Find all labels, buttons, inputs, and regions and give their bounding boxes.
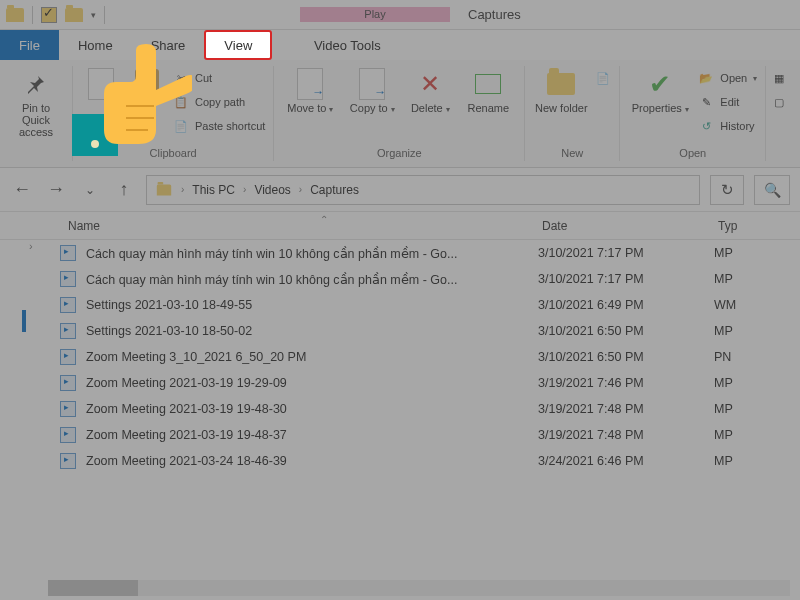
chevron-right-icon[interactable]: › bbox=[29, 240, 33, 252]
chevron-down-icon: ▾ bbox=[753, 74, 757, 83]
file-date: 3/19/2021 7:46 PM bbox=[538, 376, 714, 390]
breadcrumb[interactable]: Captures bbox=[310, 183, 359, 197]
rename-button[interactable]: Rename bbox=[460, 64, 516, 114]
select-all-icon: ▦ bbox=[771, 70, 787, 86]
file-row[interactable]: Cách quay màn hình máy tính win 10 không… bbox=[20, 240, 800, 266]
file-list: › Cách quay màn hình máy tính win 10 khô… bbox=[0, 240, 800, 600]
delete-button[interactable]: ✕ Delete ▾ bbox=[406, 64, 454, 114]
history-button[interactable]: ↺History bbox=[698, 116, 757, 136]
file-name: Zoom Meeting 3_10_2021 6_50_20 PM bbox=[86, 350, 538, 364]
forward-button[interactable]: → bbox=[44, 178, 68, 202]
file-row[interactable]: Zoom Meeting 2021-03-19 19-48-303/19/202… bbox=[20, 396, 800, 422]
file-type: MP bbox=[714, 454, 800, 468]
edit-label: Edit bbox=[720, 96, 739, 108]
folder-icon bbox=[547, 73, 575, 95]
search-input[interactable]: 🔍 bbox=[754, 175, 790, 205]
tab-view[interactable]: View bbox=[204, 30, 272, 60]
video-file-icon bbox=[60, 427, 76, 443]
file-row[interactable]: Zoom Meeting 2021-03-19 19-48-373/19/202… bbox=[20, 422, 800, 448]
check-icon: ✔ bbox=[649, 69, 671, 100]
file-row[interactable]: Settings 2021-03-10 18-50-023/10/2021 6:… bbox=[20, 318, 800, 344]
back-button[interactable]: ← bbox=[10, 178, 34, 202]
copy-path-button[interactable]: 📋Copy path bbox=[173, 92, 265, 112]
chevron-down-icon[interactable]: ▾ bbox=[91, 10, 96, 20]
open-icon: 📂 bbox=[698, 70, 714, 86]
file-type: MP bbox=[714, 272, 800, 286]
group-organize: Move to ▾ Copy to ▾ ✕ Delete ▾ Rename Or… bbox=[274, 60, 524, 167]
rename-icon bbox=[475, 74, 501, 94]
file-row[interactable]: Zoom Meeting 2021-03-24 18-46-393/24/202… bbox=[20, 448, 800, 474]
cut-button[interactable]: ✂Cut bbox=[173, 68, 265, 88]
open-button[interactable]: 📂Open ▾ bbox=[698, 68, 757, 88]
address-bar[interactable]: › This PC › Videos › Captures bbox=[146, 175, 700, 205]
history-icon: ↺ bbox=[698, 118, 714, 134]
tab-share[interactable]: Share bbox=[132, 30, 205, 60]
breadcrumb[interactable]: This PC bbox=[192, 183, 235, 197]
file-date: 3/10/2021 7:17 PM bbox=[538, 272, 714, 286]
folder-icon bbox=[157, 184, 171, 195]
edit-button[interactable]: ✎Edit bbox=[698, 92, 757, 112]
video-file-icon bbox=[60, 271, 76, 287]
paste-shortcut-button[interactable]: 📄Paste shortcut bbox=[173, 116, 265, 136]
file-type: MP bbox=[714, 402, 800, 416]
file-date: 3/19/2021 7:48 PM bbox=[538, 428, 714, 442]
video-file-icon bbox=[60, 453, 76, 469]
refresh-button[interactable]: ↻ bbox=[710, 175, 744, 205]
title-bar: ▾ Play Captures bbox=[0, 0, 800, 30]
ribbon: Pin to Quick access ✂Cut 📋Copy path 📄Pas… bbox=[0, 60, 800, 168]
pin-label: Pin to Quick access bbox=[8, 102, 64, 138]
properties-button[interactable]: ✔ Properties ▾ bbox=[628, 64, 692, 114]
tab-file[interactable]: File bbox=[0, 30, 59, 60]
column-header-type[interactable]: Typ bbox=[718, 219, 800, 233]
group-new: New folder 📄 New bbox=[525, 60, 619, 167]
group-select: ▦ ▢ bbox=[766, 60, 792, 167]
new-folder-label: New folder bbox=[535, 102, 588, 114]
delete-label: Delete bbox=[411, 102, 443, 114]
move-icon bbox=[297, 68, 323, 100]
video-file-icon bbox=[60, 375, 76, 391]
breadcrumb[interactable]: Videos bbox=[254, 183, 290, 197]
paste-large-button[interactable] bbox=[127, 64, 167, 100]
contextual-tab-group: Play bbox=[300, 7, 450, 22]
copy-to-button[interactable]: Copy to ▾ bbox=[344, 64, 400, 114]
column-header-name[interactable]: Name bbox=[68, 219, 542, 233]
file-row[interactable]: Cách quay màn hình máy tính win 10 không… bbox=[20, 266, 800, 292]
tab-video-tools[interactable]: Video Tools bbox=[272, 30, 422, 60]
qat-separator bbox=[104, 6, 105, 24]
checkbox-icon[interactable] bbox=[41, 7, 57, 23]
scrollbar-thumb[interactable] bbox=[48, 580, 138, 596]
chevron-right-icon: › bbox=[181, 184, 184, 195]
folder-icon bbox=[6, 8, 24, 22]
video-file-icon bbox=[60, 245, 76, 261]
group-clipboard: ✂Cut 📋Copy path 📄Paste shortcut Clipboar… bbox=[73, 60, 273, 167]
file-type: PN bbox=[714, 350, 800, 364]
column-header-date[interactable]: Date bbox=[542, 219, 718, 233]
cut-label: Cut bbox=[195, 72, 212, 84]
chevron-down-icon: ▾ bbox=[329, 105, 333, 114]
new-folder-button[interactable]: New folder bbox=[533, 64, 589, 114]
open-label: Open bbox=[720, 72, 747, 84]
file-date: 3/24/2021 6:46 PM bbox=[538, 454, 714, 468]
pin-icon bbox=[20, 68, 52, 100]
column-headers: ⌃ Name Date Typ bbox=[0, 212, 800, 240]
ribbon-tabs: File Home Share View Video Tools bbox=[0, 30, 800, 60]
file-row[interactable]: Zoom Meeting 2021-03-19 19-29-093/19/202… bbox=[20, 370, 800, 396]
recent-locations-button[interactable]: ⌄ bbox=[78, 178, 102, 202]
select-none-button[interactable]: ▢ bbox=[771, 92, 787, 112]
file-row[interactable]: Zoom Meeting 3_10_2021 6_50_20 PM3/10/20… bbox=[20, 344, 800, 370]
edit-icon: ✎ bbox=[698, 94, 714, 110]
copy-large-button[interactable] bbox=[81, 64, 121, 100]
video-file-icon bbox=[60, 401, 76, 417]
move-to-button[interactable]: Move to ▾ bbox=[282, 64, 338, 114]
up-button[interactable]: ↑ bbox=[112, 178, 136, 202]
video-file-icon bbox=[60, 349, 76, 365]
file-row[interactable]: Settings 2021-03-10 18-49-553/10/2021 6:… bbox=[20, 292, 800, 318]
pin-to-quick-access-button[interactable]: Pin to Quick access bbox=[8, 64, 64, 138]
chevron-down-icon: ▾ bbox=[685, 105, 689, 114]
select-all-button[interactable]: ▦ bbox=[771, 68, 787, 88]
horizontal-scrollbar[interactable] bbox=[48, 580, 790, 596]
tab-home[interactable]: Home bbox=[59, 30, 132, 60]
new-item-button[interactable]: 📄 bbox=[595, 68, 611, 88]
rename-label: Rename bbox=[468, 102, 510, 114]
file-name: Settings 2021-03-10 18-49-55 bbox=[86, 298, 538, 312]
